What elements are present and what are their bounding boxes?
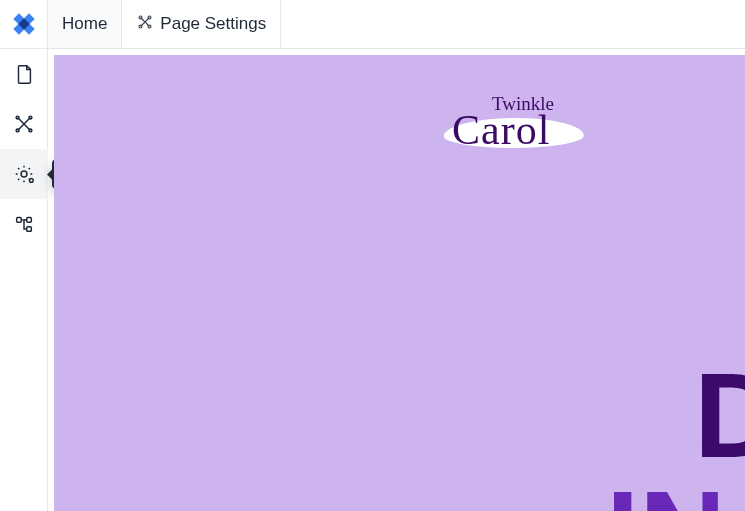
siderail-item-design[interactable] bbox=[0, 99, 48, 149]
page-icon bbox=[13, 63, 35, 85]
gear-icon bbox=[13, 163, 35, 185]
svg-point-14 bbox=[30, 179, 34, 183]
brand-title: Carol bbox=[452, 106, 550, 154]
tab-page-settings[interactable]: Page Settings bbox=[122, 0, 281, 48]
hero-heading-line2-fragment: IN bbox=[606, 473, 726, 511]
svg-rect-17 bbox=[27, 227, 32, 232]
svg-rect-16 bbox=[27, 218, 32, 223]
hero-heading-line1-fragment: D bbox=[694, 355, 745, 475]
siderail-item-pages[interactable] bbox=[0, 49, 48, 99]
tab-label: Page Settings bbox=[160, 14, 266, 34]
tree-icon bbox=[13, 213, 35, 235]
tab-home[interactable]: Home bbox=[48, 0, 122, 48]
siderail: Site Settings bbox=[0, 49, 48, 511]
design-tools-icon bbox=[13, 113, 35, 135]
tools-icon bbox=[136, 13, 154, 36]
siderail-item-outline[interactable] bbox=[0, 199, 48, 249]
workspace: Site Settings Twinkle Carol D IN bbox=[0, 49, 745, 511]
frappe-logo-icon bbox=[7, 7, 41, 41]
site-brand-logo: Twinkle Carol bbox=[436, 92, 592, 162]
siderail-item-site-settings[interactable]: Site Settings bbox=[0, 149, 48, 199]
app-logo[interactable] bbox=[0, 0, 48, 48]
canvas-background bbox=[54, 55, 745, 511]
topbar: Home Page Settings bbox=[0, 0, 745, 49]
svg-rect-15 bbox=[17, 218, 22, 223]
tab-label: Home bbox=[62, 14, 107, 34]
canvas-wrapper: Twinkle Carol D IN bbox=[48, 49, 745, 511]
page-canvas[interactable]: Twinkle Carol D IN bbox=[54, 55, 745, 511]
svg-point-13 bbox=[21, 171, 27, 177]
